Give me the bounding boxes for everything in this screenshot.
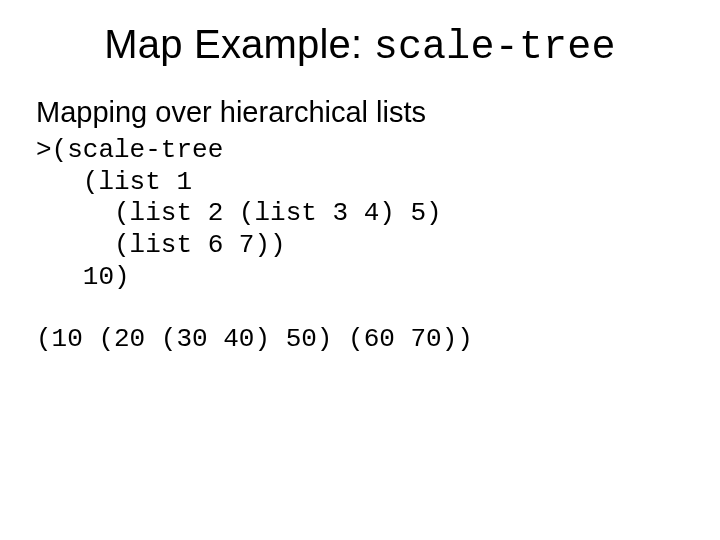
slide: Map Example: scale-tree Mapping over hie… xyxy=(0,0,720,540)
title-text-mono: scale-tree xyxy=(374,25,616,70)
code-output-block: (10 (20 (30 40) 50) (60 70)) xyxy=(36,324,684,356)
title-text-prefix: Map Example: xyxy=(104,22,373,66)
slide-title: Map Example: scale-tree xyxy=(36,22,684,70)
code-input-block: >(scale-tree (list 1 (list 2 (list 3 4) … xyxy=(36,135,684,294)
slide-subtitle: Mapping over hierarchical lists xyxy=(36,96,684,129)
